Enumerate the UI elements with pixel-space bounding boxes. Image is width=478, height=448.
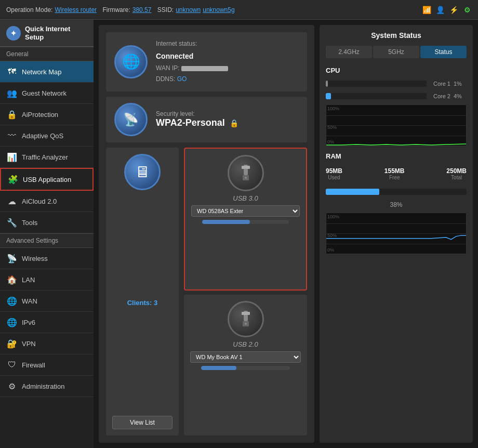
sidebar-item-wan[interactable]: 🌐 WAN: [0, 291, 94, 312]
ram-free-col: 155MB Free: [384, 167, 405, 180]
firmware-link[interactable]: 380.57: [132, 6, 152, 14]
sidebar-item-guest-network[interactable]: 👥 Guest Network: [0, 83, 94, 104]
system-status-tabs: 2.4GHz 5GHz Status: [326, 46, 467, 58]
ram-total-col: 250MB Total: [446, 167, 467, 180]
ssid-link2[interactable]: unknown5g: [203, 6, 234, 14]
cpu-chart: 100% 50% 0%: [326, 104, 467, 146]
operation-mode-label: Operation Mode:: [6, 6, 52, 14]
sidebar-header[interactable]: ✦ Quick InternetSetup: [0, 20, 94, 47]
sidebar-item-network-map[interactable]: 🗺 Network Map: [0, 61, 94, 83]
sidebar-item-ipv6[interactable]: 🌐 IPv6: [0, 312, 94, 333]
router-icon: 📡: [114, 103, 148, 136]
user-icon: 👤: [435, 5, 445, 15]
internet-status-value: Connected: [156, 50, 228, 63]
clients-box: 🖥 Clients: 3 View List: [106, 148, 179, 436]
ddns-row: DDNS: GO: [156, 74, 228, 85]
clients-count: 3: [154, 299, 157, 307]
ram-pct: 38%: [326, 201, 467, 208]
topbar-info: Operation Mode: Wireless router Firmware…: [6, 6, 235, 14]
security-value: WPA2-Personal 🔒: [156, 117, 238, 128]
sidebar-item-aiprotection[interactable]: 🔒 AiProtection: [0, 104, 94, 125]
ram-bar-container: [326, 189, 467, 195]
firmware-label: Firmware:: [102, 6, 130, 14]
sidebar-item-traffic-analyzer[interactable]: 📊 Traffic Analyzer: [0, 147, 94, 168]
view-list-button[interactable]: View List: [112, 416, 172, 429]
ram-free-value: 155MB: [384, 167, 405, 175]
quick-setup-icon: ✦: [6, 26, 21, 41]
sidebar-item-tools[interactable]: 🔧 Tools: [0, 212, 94, 233]
ip-bar: [181, 66, 228, 71]
monitor-icon: 🖥: [124, 154, 161, 190]
tools-icon: 🔧: [6, 217, 18, 228]
ram-total-label: Total: [446, 175, 467, 180]
sidebar-item-administration[interactable]: ⚙ Administration: [0, 376, 94, 397]
lan-icon: 🏠: [6, 274, 18, 285]
sidebar-item-usb-application[interactable]: 🧩 USB Application: [0, 168, 94, 191]
security-box: 📡 Security level: WPA2-Personal 🔒: [106, 97, 307, 142]
cpu-core1-pct: 1%: [454, 81, 467, 87]
tab-24ghz[interactable]: 2.4GHz: [326, 46, 372, 58]
sidebar-item-label-firewall: Firewall: [22, 361, 45, 369]
ram-used-col: 95MB Used: [326, 167, 342, 180]
usb30-usage-bar: [202, 220, 289, 224]
wireless-icon: 📡: [6, 253, 18, 264]
svg-point-3: [245, 177, 247, 179]
sidebar-item-wireless[interactable]: 📡 Wireless: [0, 248, 94, 269]
general-section-label: General: [0, 47, 94, 61]
cpu-core1-bar-fill: [326, 81, 328, 87]
sidebar-item-lan[interactable]: 🏠 LAN: [0, 269, 94, 291]
adaptive-qos-icon: 〰: [6, 130, 18, 141]
ram-chart: 100% 50% 0%: [326, 213, 467, 254]
sidebar-item-label-vpn: VPN: [22, 340, 36, 348]
system-status-panel: System Status 2.4GHz 5GHz Status CPU Cor…: [320, 25, 473, 443]
ssid-link1[interactable]: unknown: [176, 6, 201, 14]
sidebar-item-aicloud[interactable]: ☁ AiCloud 2.0: [0, 191, 94, 212]
vpn-icon: 🔐: [6, 338, 18, 349]
operation-mode-link[interactable]: Wireless router: [55, 6, 97, 14]
sidebar-item-label-usb-application: USB Application: [23, 176, 71, 183]
globe-icon: 🌐: [114, 45, 148, 78]
sidebar-item-label-network-map: Network Map: [22, 68, 62, 76]
tab-5ghz[interactable]: 5GHz: [373, 46, 419, 58]
ddns-link[interactable]: GO: [177, 75, 187, 83]
config-icon: ⚙: [462, 5, 472, 15]
aiprotection-icon: 🔒: [6, 109, 18, 120]
top-bar: Operation Mode: Wireless router Firmware…: [0, 0, 478, 20]
network-map-icon: 🗺: [6, 66, 18, 77]
usb20-label: USB 2.0: [233, 340, 258, 348]
cpu-core2-bar-container: [326, 93, 427, 99]
sidebar-item-vpn[interactable]: 🔐 VPN: [0, 333, 94, 354]
clients-label: Clients: 3: [127, 299, 158, 307]
cpu-core1-bar-container: [326, 81, 427, 87]
cpu-core1-label: Core 1: [430, 81, 450, 87]
sidebar-item-firewall[interactable]: 🛡 Firewall: [0, 354, 94, 376]
usb20-box: USB 2.0 WD My Book AV 1: [184, 295, 307, 436]
sidebar-item-label-wan: WAN: [22, 297, 37, 305]
usb-column: USB 3.0 WD 0528AS Exter: [184, 148, 307, 436]
sidebar-item-label-tools: Tools: [22, 219, 37, 227]
wifi-icon: 📶: [422, 5, 431, 15]
usb20-device-select[interactable]: WD My Book AV 1: [190, 351, 301, 363]
guest-network-icon: 👥: [6, 87, 18, 99]
sidebar-item-adaptive-qos[interactable]: 〰 Adaptive QoS: [0, 125, 94, 147]
ipv6-icon: 🌐: [6, 317, 18, 328]
cpu-core2-pct: 4%: [454, 93, 467, 99]
administration-icon: ⚙: [6, 380, 18, 392]
usb30-label: USB 3.0: [233, 194, 258, 202]
power-icon: ⚡: [449, 5, 458, 15]
cpu-core2-label: Core 2: [430, 93, 450, 99]
usb30-bar-fill: [202, 220, 250, 224]
wan-icon: 🌐: [6, 295, 18, 307]
sidebar-item-label-lan: LAN: [22, 276, 35, 284]
usb30-device-select[interactable]: WD 0528AS Exter: [191, 205, 300, 217]
svg-rect-5: [242, 312, 250, 315]
sidebar-item-label-guest-network: Guest Network: [22, 89, 67, 97]
sidebar-item-label-aiprotection: AiProtection: [22, 111, 58, 118]
tab-status[interactable]: Status: [420, 46, 467, 58]
cpu-core1-row: Core 1 1%: [326, 81, 467, 87]
wan-ip-row: WAN IP:: [156, 63, 228, 74]
ssid-label: SSID:: [157, 6, 174, 14]
advanced-section-label: Advanced Settings: [0, 233, 94, 248]
cpu-core2-row: Core 2 4%: [326, 93, 467, 99]
quick-setup-label: Quick InternetSetup: [25, 25, 70, 41]
